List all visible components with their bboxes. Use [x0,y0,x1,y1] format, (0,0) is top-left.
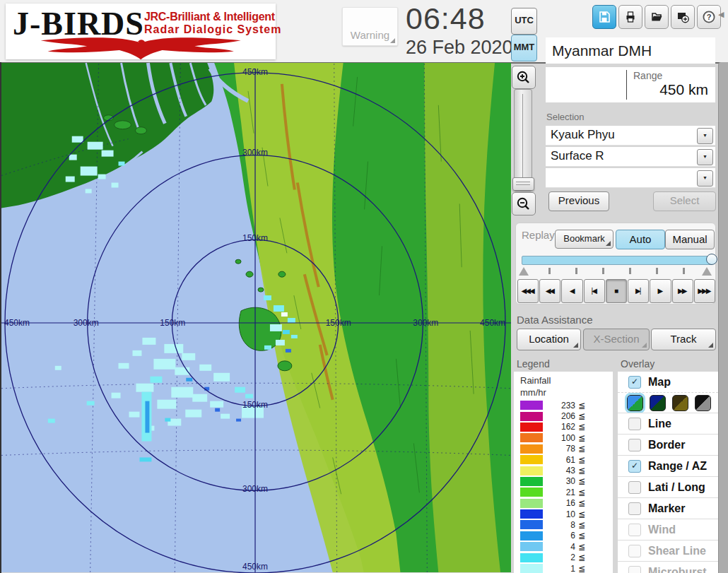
map-checkbox[interactable]: ✓ [628,376,641,389]
manual-button[interactable]: Manual [665,230,715,249]
range-az-checkbox[interactable]: ✓ [628,460,641,473]
select-button[interactable]: Select [653,191,716,211]
legend-color-swatch [520,444,543,454]
svg-text:450km: 450km [4,318,30,328]
capture-add-button[interactable] [671,5,695,29]
legend-color-swatch [520,542,543,551]
legend-title: Legend [517,358,550,370]
step-forward-button[interactable]: ▶| [628,279,649,303]
zoom-out-button[interactable] [512,192,536,215]
overlay-label: Lati / Long [648,481,705,494]
slider-start-marker[interactable] [519,267,529,276]
legend-entry: 61≦ [520,454,585,465]
radar-map-display[interactable]: 450km300km150km150km300km450km450km300km… [0,62,511,573]
legend-color-swatch [520,477,543,486]
overlay-label: Map [648,376,671,389]
bookmark-button[interactable]: Bookmark [555,230,613,249]
open-folder-button[interactable] [645,5,669,29]
save-button[interactable] [592,5,616,29]
legend-suffix: ≦ [578,466,585,475]
zoom-in-button[interactable] [512,66,536,89]
overlay-row-microburst: Microburst [618,561,718,573]
product-select[interactable]: Surface R▼ [546,147,715,167]
legend-entry: 16≦ [520,498,585,509]
map-style-olive-swatch[interactable] [672,395,688,411]
legend-color-swatch [520,488,543,497]
site-select[interactable]: Kyauk Phyu▼ [546,126,715,146]
slider-end-marker[interactable] [702,267,712,276]
legend-entry: 100≦ [520,432,585,443]
legend-color-swatch [520,433,543,442]
legend-value: 61 [543,455,575,465]
map-style-dark-blue-swatch[interactable] [650,395,666,411]
extra-select[interactable]: ▼ [546,168,715,188]
extra-select-arrow-button[interactable]: ▼ [697,170,713,187]
legend-suffix: ≦ [578,520,585,530]
svg-text:?: ? [707,13,712,21]
rewind-button[interactable]: ◀◀ [539,279,560,303]
svg-text:450km: 450km [480,318,505,328]
zoom-slider-handle[interactable] [512,177,534,191]
forward-button[interactable]: ▶▶ [672,279,693,303]
site-select-arrow-button[interactable]: ▼ [697,128,713,144]
rewind-fast-button[interactable]: ◀◀◀ [517,279,539,303]
map-style-gray-swatch[interactable] [695,395,711,411]
legend-color-swatch [520,553,543,562]
panel-collapse-arrow-icon[interactable]: ◀ [718,10,724,19]
app-logo: J-BIRDS JRC-Brilliant & Intelligent Rada… [6,4,276,59]
play-backward-button[interactable]: ◀ [561,279,582,303]
zoom-slider-track[interactable] [514,89,532,191]
overlay-row-wind: Wind [618,519,718,540]
product-select-arrow-button[interactable]: ▼ [697,149,713,165]
legend-value: 4 [543,542,575,552]
x-section-button[interactable]: X-Section [583,329,650,350]
legend-entry: 4≦ [520,541,585,552]
legend-value: 6 [543,531,575,540]
legend-value: 2 [543,553,575,562]
panel-right-strip[interactable] [718,62,728,573]
utc-button[interactable]: UTC [511,8,537,35]
line-checkbox[interactable] [628,418,641,430]
replay-slider-handle[interactable] [706,254,717,265]
legend-suffix: ≦ [578,542,585,552]
legend-color-swatch [520,401,543,410]
step-back-button[interactable]: |◀ [584,279,605,303]
legend-entry: 8≦ [520,519,585,530]
legend-color-swatch [520,466,543,475]
help-button[interactable]: ? [697,5,721,29]
svg-text:450km: 450km [242,67,268,77]
replay-panel: Replay Bookmark Auto Manual ◀◀◀◀◀◀|◀■▶|▶… [515,223,716,305]
replay-label: Replay [522,229,555,241]
selection-label: Selection [546,112,584,122]
play-button[interactable]: ▶ [650,279,671,303]
marker-checkbox[interactable] [628,502,641,515]
border-checkbox[interactable] [628,439,641,451]
overlay-title: Overlay [621,358,654,370]
replay-slider[interactable] [522,256,712,265]
legend-value: 162 [543,422,575,432]
legend-color-swatch [520,455,543,464]
legend-unit-line1: Rainfall [520,375,551,386]
save-icon [597,10,611,24]
capture-add-icon [676,10,690,24]
legend-entry: 206≦ [520,410,585,421]
map-zoom-control [511,66,535,215]
playback-controls: ◀◀◀◀◀◀|◀■▶|▶▶▶▶▶▶ [517,279,715,303]
legend-suffix: ≦ [578,488,585,497]
map-style-color-swatch[interactable] [627,395,643,411]
auto-button[interactable]: Auto [616,230,665,249]
track-button[interactable]: Track [651,329,716,350]
lati-long-checkbox[interactable] [628,481,641,494]
mmt-button[interactable]: MMT [511,35,537,61]
legend-value: 21 [543,488,575,497]
forward-fast-button[interactable]: ▶▶▶ [694,279,715,303]
print-button[interactable] [618,5,642,29]
stop-button[interactable]: ■ [606,279,627,303]
warning-button[interactable]: Warning [342,7,398,46]
overlay-label: Wind [648,524,676,536]
legend-entry: 30≦ [520,476,585,487]
legend-panel: Rainfall mm/hr 233≦206≦162≦100≦78≦61≦43≦… [514,372,613,573]
legend-suffix: ≦ [578,553,585,562]
location-button[interactable]: Location [517,329,581,350]
previous-button[interactable]: Previous [548,191,609,211]
